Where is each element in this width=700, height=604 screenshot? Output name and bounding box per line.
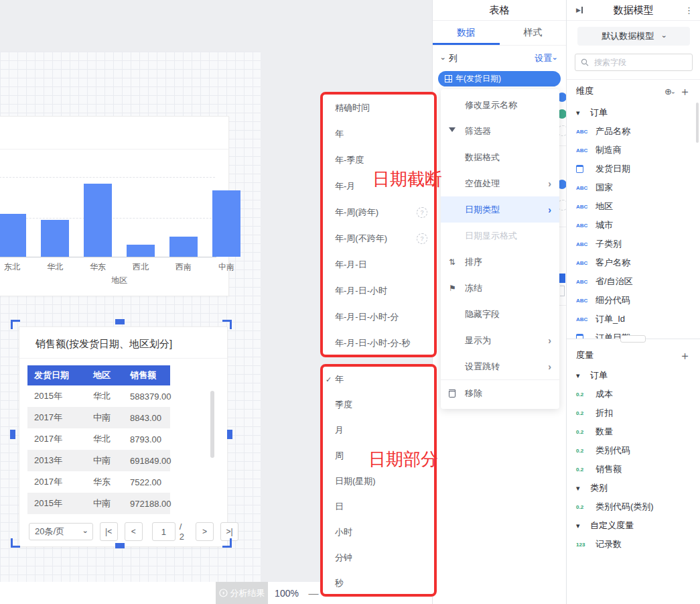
measure-field[interactable]: 类别: [567, 479, 700, 497]
table-row[interactable]: 2017年 华东 7522.00: [27, 471, 170, 493]
dimension-field[interactable]: 产品名称: [567, 122, 700, 141]
menu-item[interactable]: 年-月-日-小时-分 ?: [323, 304, 434, 330]
design-canvas[interactable]: 地区划分] 东北华北华东西北西南中南 地区 销售额(按发货日期、地区划分] 发货…: [0, 52, 261, 582]
column-header[interactable]: 地区: [86, 369, 123, 381]
column-settings-link[interactable]: 设置 ›: [535, 52, 557, 64]
page-size-select[interactable]: 20条/页 ›: [29, 523, 93, 540]
menu-item[interactable]: 冻结 ›: [441, 275, 559, 301]
analysis-result-button[interactable]: 分析结果: [216, 582, 268, 604]
menu-item[interactable]: ✓ 月: [323, 418, 434, 443]
menu-item[interactable]: ✓ 季度: [323, 392, 434, 418]
add-dimension-button[interactable]: ＋: [679, 84, 691, 99]
tab-data[interactable]: 数据: [433, 20, 500, 45]
cell-region: 华北: [86, 433, 123, 445]
bar-东北[interactable]: [0, 214, 26, 257]
table-row[interactable]: 2017年 中南 8843.00: [27, 407, 170, 428]
table-scrollbar[interactable]: [210, 391, 214, 458]
menu-item[interactable]: 年 ?: [323, 121, 434, 147]
menu-item[interactable]: 移除 ›: [441, 379, 559, 406]
zoom-out-button[interactable]: —: [307, 582, 320, 604]
menu-item[interactable]: ✓ 日期(星期): [323, 469, 434, 494]
dimension-field[interactable]: 订单_Id: [567, 310, 700, 328]
menu-item[interactable]: ✓ 年: [323, 367, 434, 392]
prev-page-button[interactable]: <: [125, 522, 143, 541]
column-header[interactable]: 销售额: [123, 369, 170, 381]
bar-chart-widget[interactable]: 地区划分] 东北华北华东西北西南中南 地区: [0, 116, 229, 296]
menu-item[interactable]: ✓ 分钟: [323, 545, 434, 570]
bar-西南[interactable]: [169, 237, 198, 257]
menu-item[interactable]: 日期显示格式 ›: [441, 223, 559, 249]
page-number-input[interactable]: 1: [152, 522, 176, 541]
more-options-icon[interactable]: ⋮: [685, 5, 693, 15]
measure-field[interactable]: 销售额: [567, 460, 700, 479]
menu-item[interactable]: 空值处理 ›: [441, 170, 559, 196]
table-row[interactable]: 2017年 华北 8793.00: [27, 428, 170, 450]
panel-scrollbar[interactable]: [696, 103, 699, 143]
menu-item-label: 年-月-日: [335, 259, 367, 271]
dimension-field[interactable]: 省/自治区: [567, 272, 700, 291]
first-page-button[interactable]: |<: [100, 522, 118, 541]
column-header[interactable]: 发货日期: [27, 369, 86, 381]
menu-item[interactable]: 年-周(不跨年) ?: [323, 225, 434, 251]
menu-item[interactable]: 数据格式 ›: [441, 144, 559, 170]
next-page-button[interactable]: >: [196, 522, 214, 541]
bar-中南[interactable]: [212, 190, 240, 257]
bar-华北[interactable]: [41, 220, 69, 257]
search-input[interactable]: [593, 57, 676, 68]
cell-date: 2013年: [27, 455, 86, 467]
table-row[interactable]: 2013年 中南 691849.00: [27, 450, 170, 471]
measure-field[interactable]: 类别代码: [567, 441, 700, 460]
table-widget[interactable]: 销售额(按发货日期、地区划分] 发货日期 地区 销售额 2015年 华北 588…: [19, 326, 228, 547]
bar-华东[interactable]: [84, 184, 112, 257]
dimension-field[interactable]: 客户名称: [567, 253, 700, 272]
last-page-button[interactable]: >|: [220, 522, 238, 541]
selection-handle-right[interactable]: [227, 430, 232, 439]
menu-item[interactable]: 设置跳转 ›: [441, 353, 559, 379]
selection-handle-left[interactable]: [10, 430, 15, 439]
menu-item[interactable]: ✓ 小时: [323, 520, 434, 545]
tab-style[interactable]: 样式: [500, 20, 567, 45]
menu-item[interactable]: ✓ 日: [323, 494, 434, 520]
measure-field[interactable]: 成本: [567, 385, 700, 404]
section-resize-handle[interactable]: [620, 335, 646, 343]
menu-item[interactable]: 显示为 ›: [441, 327, 559, 353]
menu-item[interactable]: 精确时间 ?: [323, 95, 434, 121]
selection-handle-top[interactable]: [115, 319, 125, 324]
menu-item[interactable]: 筛选器 ›: [441, 118, 559, 144]
dimension-field[interactable]: 城市: [567, 216, 700, 235]
measure-field[interactable]: 订单: [567, 366, 700, 385]
chevron-down-icon[interactable]: ›: [439, 57, 447, 60]
menu-item[interactable]: 修改显示名称 ›: [441, 92, 559, 118]
measure-field[interactable]: 记录数: [567, 535, 700, 554]
menu-item[interactable]: 排序 ›: [441, 249, 559, 275]
help-icon[interactable]: ?: [417, 233, 427, 244]
field-type-icon: [576, 129, 591, 135]
menu-item[interactable]: 年-周(跨年) ?: [323, 199, 434, 225]
help-icon[interactable]: ?: [417, 207, 427, 218]
menu-item[interactable]: 年-月-日-小时-分-秒 ?: [323, 330, 434, 356]
dimension-field[interactable]: 子类别: [567, 235, 700, 253]
measure-field[interactable]: 自定义度量: [567, 516, 700, 535]
measure-field[interactable]: 类别代码(类别): [567, 497, 700, 516]
dimension-field[interactable]: 订单: [567, 103, 700, 122]
field-search-box[interactable]: [575, 54, 693, 71]
measure-field[interactable]: 折扣: [567, 404, 700, 422]
measure-field[interactable]: 数量: [567, 422, 700, 441]
table-row[interactable]: 2015年 华北 588379.00: [27, 385, 170, 407]
field-pill-year-shipdate[interactable]: 年(发货日期): [438, 71, 561, 86]
bar-西北[interactable]: [127, 245, 155, 257]
model-select[interactable]: 默认数据模型 ›: [577, 27, 690, 46]
globe-icon[interactable]: ⊕›: [664, 86, 674, 97]
menu-item[interactable]: ✓ 秒: [323, 570, 434, 596]
menu-item[interactable]: 隐藏字段 ›: [441, 301, 559, 327]
dimension-field[interactable]: 地区: [567, 197, 700, 216]
dimension-field[interactable]: 细分代码: [567, 291, 700, 310]
menu-item[interactable]: 年-月-日-小时 ?: [323, 278, 434, 304]
dimension-field[interactable]: 发货日期: [567, 160, 700, 178]
menu-item[interactable]: 日期类型 ›: [441, 196, 559, 223]
dimension-field[interactable]: 制造商: [567, 141, 700, 160]
table-row[interactable]: 2015年 中南 972188.00: [27, 493, 170, 514]
menu-item[interactable]: 年-月-日 ?: [323, 251, 434, 278]
dimension-field[interactable]: 国家: [567, 178, 700, 197]
add-measure-button[interactable]: ＋: [679, 348, 691, 363]
